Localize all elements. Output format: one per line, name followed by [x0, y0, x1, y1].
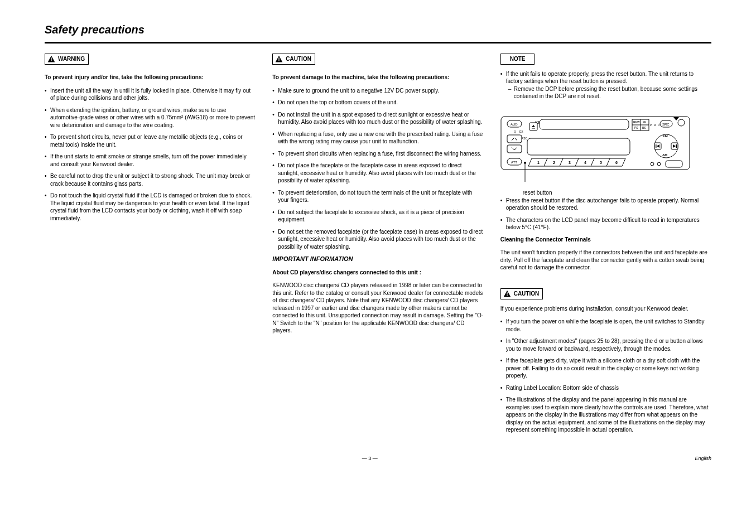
svg-rect-59	[507, 295, 507, 296]
svg-rect-17	[507, 145, 522, 153]
svg-text:FM: FM	[663, 134, 668, 138]
svg-text:Q: Q	[514, 130, 516, 133]
car-stereo-diagram: KENWOOD AUD Q EX CRSC	[500, 105, 711, 197]
svg-rect-58	[507, 292, 507, 294]
cleaning-body: The unit won't function properly if the …	[500, 249, 711, 272]
list-item: Do not touch the liquid crystal fluid if…	[45, 192, 256, 222]
list-item: To prevent short circuits, never put or …	[45, 133, 256, 148]
list-item: Be careful not to drop the unit or subje…	[45, 172, 256, 187]
list-item: Do not install the unit in a spot expose…	[272, 111, 483, 126]
reset-para: If the unit fails to operate properly, p…	[506, 71, 694, 85]
warning-header: WARNING	[45, 54, 89, 65]
svg-text:3: 3	[569, 161, 571, 165]
svg-text:AUD: AUD	[511, 123, 518, 126]
svg-rect-14	[540, 119, 629, 129]
list-item: The characters on the LCD panel may beco…	[500, 216, 711, 231]
svg-text:FF: FF	[643, 120, 646, 124]
list-item: Do not set the removed faceplate (or the…	[272, 228, 483, 251]
svg-rect-52	[676, 144, 677, 148]
list-item: Insert the unit all the way in until it …	[45, 87, 256, 102]
svg-text:2: 2	[553, 161, 555, 165]
list-item: Do not place the faceplate or the facepl…	[272, 162, 483, 185]
svg-text:5: 5	[600, 161, 602, 165]
list-item: If you turn the power on while the facep…	[500, 318, 711, 333]
list-item: When replacing a fuse, only use a new on…	[272, 130, 483, 146]
svg-rect-2	[51, 60, 51, 61]
preset-bar: 1 2 3 4 5 6	[528, 158, 625, 166]
list-item: When extending the ignition, battery, or…	[45, 107, 256, 129]
svg-point-42	[678, 119, 685, 126]
caution2-header: CAUTION	[500, 288, 543, 299]
caution2-body: If you experience problems during instal…	[500, 305, 711, 313]
svg-rect-49	[656, 144, 657, 148]
list-item: To prevent deterioration, do not touch t…	[272, 189, 483, 204]
list-item: Rating Label Location: Bottom side of ch…	[500, 384, 711, 392]
list-item: If the unit fails to operate properly, p…	[500, 70, 711, 100]
svg-text:ATT: ATT	[511, 161, 517, 164]
col3-after-list: Press the reset button if the disc autoc…	[500, 197, 711, 231]
title-rule	[45, 42, 711, 43]
list-item: Do not subject the faceplate to excessiv…	[272, 209, 483, 224]
note-label: NOTE	[510, 56, 526, 62]
list-item: In "Other adjustment modes" (pages 25 to…	[500, 337, 711, 352]
svg-text:AM: AM	[662, 153, 667, 157]
list-item: To prevent short circuits when replacing…	[272, 150, 483, 158]
caution-label: CAUTION	[286, 55, 311, 63]
caution-header: CAUTION	[272, 54, 315, 65]
svg-rect-55	[666, 161, 682, 167]
svg-rect-1	[51, 57, 51, 60]
remove-dcp-note: Remove the DCP before pressing the reset…	[506, 85, 711, 100]
warning-icon	[503, 290, 511, 298]
caution-secondary: CAUTION	[500, 277, 711, 305]
svg-text:PS: PS	[634, 126, 638, 129]
svg-text:6: 6	[615, 161, 618, 165]
col3-reset-list: If the unit fails to operate properly, p…	[500, 70, 711, 100]
svg-text:REW: REW	[633, 120, 640, 124]
col1-list: Insert the unit all the way in until it …	[45, 87, 256, 223]
svg-rect-16	[507, 135, 522, 143]
important-info-heading: IMPORTANT INFORMATION	[272, 255, 483, 263]
list-item: If the faceplate gets dirty, wipe it wit…	[500, 357, 711, 380]
svg-rect-5	[279, 60, 280, 61]
col3-notes-list: If you turn the power on while the facep…	[500, 318, 711, 434]
col1-lead: To prevent injury and/or fire, take the …	[45, 74, 256, 81]
column-right: NOTE If the unit fails to operate proper…	[500, 54, 711, 438]
column-center: CAUTION To prevent damage to the machine…	[272, 54, 483, 438]
note-block-body: KENWOOD disc changers/ CD players releas…	[272, 282, 483, 335]
svg-point-54	[657, 162, 661, 166]
col2-lead: To prevent damage to the machine, take t…	[272, 74, 483, 81]
svg-rect-4	[279, 57, 280, 60]
col2-list: Make sure to ground the unit to a negati…	[272, 87, 483, 251]
column-left: WARNING To prevent injury and/or fire, t…	[45, 54, 256, 438]
list-item: Make sure to ground the unit to a negati…	[272, 87, 483, 95]
warning-icon	[275, 55, 283, 63]
reset-button-indicator	[524, 162, 526, 164]
cleaning-heading: Cleaning the Connector Terminals	[500, 236, 711, 244]
language-label: English	[695, 455, 711, 462]
svg-text:EX: EX	[519, 130, 523, 133]
page-title: Safety precautions	[45, 22, 711, 37]
warning-icon	[47, 55, 55, 63]
svg-text:SRC: SRC	[662, 123, 670, 126]
page-number: — 3 —	[362, 455, 378, 462]
list-item: Do not open the top or bottom covers of …	[272, 99, 483, 107]
note-header: NOTE	[500, 54, 535, 65]
svg-point-53	[651, 162, 654, 166]
warning-label: WARNING	[58, 55, 85, 63]
svg-text:1: 1	[537, 161, 540, 165]
caution2-label: CAUTION	[514, 290, 540, 298]
page-footer: — 3 — English	[45, 455, 711, 462]
content-columns: WARNING To prevent injury and/or fire, t…	[45, 54, 711, 438]
list-item: Press the reset button if the disc autoc…	[500, 197, 711, 212]
svg-text:4: 4	[584, 161, 586, 165]
svg-text:BS: BS	[642, 126, 646, 129]
list-item: If the unit starts to emit smoke or stra…	[45, 153, 256, 168]
reset-button-label: reset button	[523, 189, 711, 197]
note-block-title: About CD players/disc changers connected…	[272, 269, 483, 277]
list-item: The illustrations of the display and the…	[500, 396, 711, 434]
svg-rect-20	[527, 138, 630, 155]
